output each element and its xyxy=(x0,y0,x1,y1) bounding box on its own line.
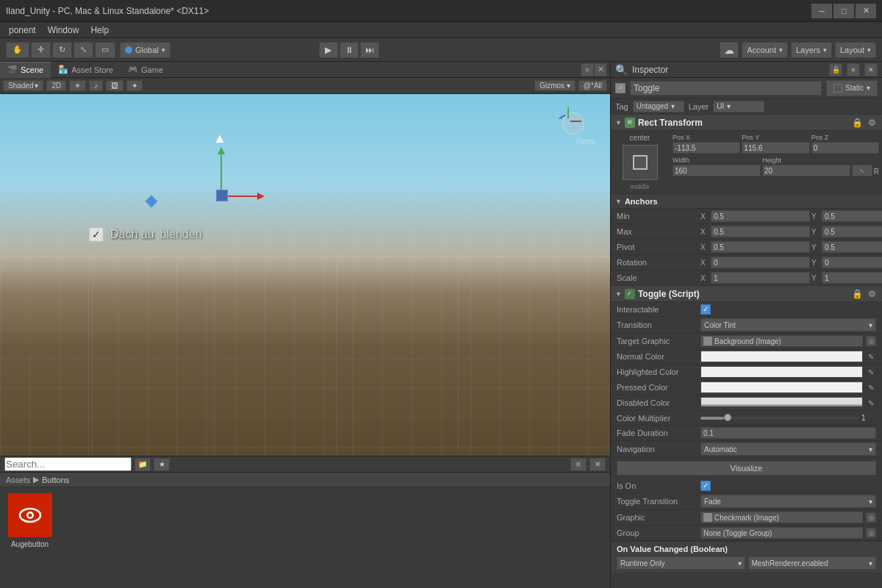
runtime-only-dropdown[interactable]: Runtime Only ▾ xyxy=(617,556,745,570)
highlighted-color-edit[interactable]: ✎ xyxy=(866,367,876,377)
toggle-script-checkbox[interactable]: ✓ xyxy=(625,289,635,299)
anchor-min-y-input[interactable] xyxy=(822,210,882,222)
assets-search-input[interactable] xyxy=(4,457,132,471)
menu-component[interactable]: ponent xyxy=(3,24,42,37)
pos-y-input[interactable] xyxy=(742,142,809,154)
pause-button[interactable]: ⏸ xyxy=(340,42,359,58)
inspector-close-btn[interactable]: ✕ xyxy=(864,63,878,76)
asset-augebutton[interactable]: Augebutton xyxy=(6,493,54,582)
minimize-button[interactable]: ─ xyxy=(811,4,832,18)
target-graphic-object[interactable]: Background (Image) xyxy=(700,335,863,347)
pressed-color-field[interactable] xyxy=(700,381,863,393)
anchor-max-x-input[interactable] xyxy=(711,226,810,237)
rotate-tool-button[interactable]: ↻ xyxy=(52,42,72,58)
highlighted-color-field[interactable] xyxy=(700,366,863,378)
assets-settings-btn[interactable]: ≡ xyxy=(570,458,587,471)
assets-btn2[interactable]: ★ xyxy=(154,458,170,471)
gizmos-dropdown[interactable]: Gizmos ▾ xyxy=(534,80,576,91)
scale-y-input[interactable] xyxy=(822,272,882,284)
pivot-x-input[interactable] xyxy=(711,241,810,253)
transition-dropdown[interactable]: Color Tint ▾ xyxy=(700,318,876,331)
panel-close-button[interactable]: ✕ xyxy=(594,63,607,76)
shaded-dropdown[interactable]: Shaded▾ xyxy=(3,80,43,91)
cam-y xyxy=(567,107,569,118)
scale-x-input[interactable] xyxy=(711,272,810,284)
is-on-checkbox[interactable]: ✓ xyxy=(700,481,711,491)
layer-dropdown[interactable]: UI ▾ xyxy=(713,101,764,112)
pivot-y-input[interactable] xyxy=(822,241,882,253)
toggle-transition-dropdown[interactable]: Fade ▾ xyxy=(700,495,876,508)
search-field[interactable]: @*All xyxy=(578,80,607,91)
disabled-color-edit[interactable]: ✎ xyxy=(866,398,876,408)
tab-game[interactable]: 🎮 Game xyxy=(121,62,171,78)
navigation-dropdown[interactable]: Automatic ▾ xyxy=(700,442,876,456)
tab-asset-store[interactable]: 🏪 Asset Store xyxy=(51,62,121,78)
normal-color-field[interactable] xyxy=(700,351,863,362)
toggle-script-settings[interactable]: ⚙ xyxy=(866,288,878,300)
target-graphic-pick[interactable]: ◎ xyxy=(866,336,876,346)
handler-dropdown[interactable]: MeshRenderer.enabled ▾ xyxy=(748,556,877,570)
move-tool-button[interactable]: ✛ xyxy=(31,42,51,58)
color-multiplier-track[interactable] xyxy=(700,417,858,420)
rot-x-input[interactable] xyxy=(711,257,810,268)
constrain-ratio-btn[interactable]: ⤡ xyxy=(852,165,872,176)
hand-tool-button[interactable]: ✋ xyxy=(6,42,29,58)
layers-dropdown[interactable]: Layers ▾ xyxy=(791,42,832,58)
2d-button[interactable]: 2D xyxy=(46,80,66,91)
play-button[interactable]: ▶ xyxy=(319,42,338,58)
cloud-button[interactable]: ☁ xyxy=(720,42,739,58)
rect-transform-settings[interactable]: ⚙ xyxy=(866,117,878,129)
rect-transform-lock[interactable]: 🔒 xyxy=(851,117,863,129)
anchor-widget[interactable] xyxy=(623,145,658,180)
visualize-button[interactable]: Visualize xyxy=(617,461,876,476)
inspector-menu-btn[interactable]: ≡ xyxy=(847,63,860,76)
color-multiplier-thumb[interactable] xyxy=(724,414,731,421)
toggle-script-arrow[interactable]: ▼ xyxy=(615,290,622,298)
static-checkbox[interactable]: Static ▾ xyxy=(826,80,878,96)
sound-button[interactable]: ♪ xyxy=(89,80,103,91)
tab-scene[interactable]: 🎬 Scene xyxy=(0,62,51,78)
account-dropdown[interactable]: Account ▾ xyxy=(742,42,788,58)
active-toggle[interactable]: ✓ xyxy=(615,83,625,93)
pressed-color-edit[interactable]: ✎ xyxy=(866,382,876,392)
vfx-button[interactable]: ✦ xyxy=(126,80,143,91)
menu-window[interactable]: Window xyxy=(42,24,85,37)
graphic-pick[interactable]: ◎ xyxy=(866,512,876,523)
close-button[interactable]: ✕ xyxy=(856,4,876,18)
scene-view[interactable]: 🎬 Scene 🏪 Asset Store 🎮 Game ≡ ✕ Sha xyxy=(0,62,610,456)
anchors-section-header[interactable]: ▼ Anchors xyxy=(611,194,882,209)
panel-menu-button[interactable]: ≡ xyxy=(581,63,594,76)
toggle-script-lock[interactable]: 🔒 xyxy=(851,288,863,300)
group-pick[interactable]: ◎ xyxy=(866,528,876,538)
menu-help[interactable]: Help xyxy=(85,24,115,37)
normal-color-edit[interactable]: ✎ xyxy=(866,351,876,362)
gameobject-name-input[interactable] xyxy=(630,81,822,96)
rect-tool-button[interactable]: ▭ xyxy=(95,42,115,58)
height-input[interactable] xyxy=(762,165,850,176)
lights-button[interactable]: ☀ xyxy=(69,80,86,91)
scale-tool-button[interactable]: ⤡ xyxy=(74,42,93,58)
pos-z-input[interactable] xyxy=(811,142,879,154)
inspector-lock-btn[interactable]: 🔓 xyxy=(829,63,842,76)
width-input[interactable] xyxy=(673,165,761,176)
assets-btn1[interactable]: 📁 xyxy=(135,458,151,471)
maximize-button[interactable]: □ xyxy=(833,4,854,18)
anchor-max-y-input[interactable] xyxy=(822,226,882,237)
disabled-color-field[interactable] xyxy=(700,397,863,409)
graphic-object[interactable]: Checkmark (Image) xyxy=(700,512,863,523)
rot-y-input[interactable] xyxy=(822,257,882,268)
step-button[interactable]: ⏭ xyxy=(360,42,379,58)
assets-close-btn[interactable]: ✕ xyxy=(589,458,606,471)
image-button[interactable]: 🖼 xyxy=(106,80,123,91)
fade-duration-input[interactable] xyxy=(700,427,876,439)
breadcrumb-buttons[interactable]: Buttons xyxy=(42,476,69,484)
interactable-checkbox[interactable]: ✓ xyxy=(700,304,711,315)
tag-dropdown[interactable]: Untagged ▾ xyxy=(633,101,684,112)
breadcrumb-assets[interactable]: Assets xyxy=(6,476,30,484)
rect-transform-arrow[interactable]: ▼ xyxy=(615,119,622,126)
group-object[interactable]: None (Toggle Group) xyxy=(700,527,863,539)
layout-dropdown[interactable]: Layout ▾ xyxy=(835,42,876,58)
anchor-min-x-input[interactable] xyxy=(711,210,810,222)
global-dropdown[interactable]: Global ▾ xyxy=(120,42,171,58)
pos-x-input[interactable] xyxy=(673,142,740,154)
